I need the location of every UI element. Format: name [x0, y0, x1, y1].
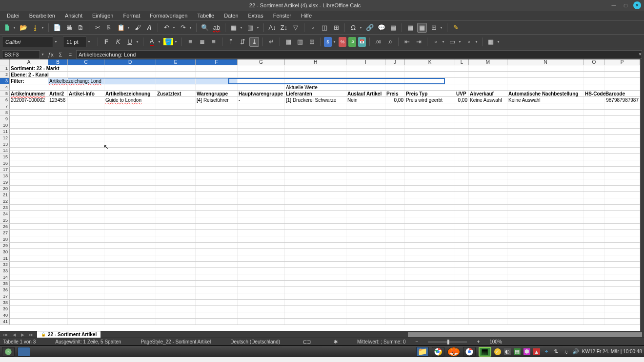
cell[interactable] [507, 78, 584, 84]
cell[interactable]: - [238, 97, 285, 103]
cell[interactable] [104, 65, 156, 71]
cell[interactable] [469, 249, 507, 255]
cell[interactable] [455, 192, 469, 198]
maximize-button[interactable]: ▢ [622, 1, 629, 9]
cell[interactable] [285, 274, 346, 280]
cell[interactable] [156, 300, 196, 305]
cell[interactable] [156, 293, 196, 299]
cell[interactable] [604, 287, 640, 293]
cell[interactable] [584, 110, 604, 115]
cell[interactable] [48, 319, 68, 324]
cell[interactable] [385, 160, 405, 166]
cell[interactable] [385, 230, 405, 236]
cell[interactable] [469, 287, 507, 293]
cell[interactable] [584, 192, 604, 198]
cell[interactable] [285, 148, 346, 153]
cell[interactable] [507, 116, 584, 122]
cell[interactable] [285, 230, 346, 236]
cell[interactable] [455, 262, 469, 267]
cell[interactable] [469, 262, 507, 267]
cell[interactable]: 202007-000002 [10, 97, 48, 103]
cell[interactable] [238, 154, 285, 160]
cell[interactable] [238, 103, 285, 109]
row-header[interactable]: 23 [0, 205, 10, 210]
cell[interactable] [196, 243, 238, 248]
split-cells-button[interactable]: ⊞ [307, 37, 317, 47]
cell[interactable] [10, 243, 48, 248]
cell[interactable] [584, 78, 604, 84]
cell[interactable] [285, 135, 346, 141]
cell[interactable] [238, 148, 285, 153]
cell[interactable] [196, 160, 238, 166]
cell[interactable] [507, 192, 584, 198]
cell[interactable] [48, 103, 68, 109]
chrome2-app-icon[interactable] [463, 347, 476, 357]
cell[interactable] [196, 103, 238, 109]
cell[interactable] [507, 281, 584, 286]
cell[interactable] [385, 103, 405, 109]
cell[interactable] [604, 148, 640, 153]
cell[interactable] [196, 192, 238, 198]
cell[interactable] [584, 243, 604, 248]
cell[interactable]: Preis [385, 91, 405, 96]
cell[interactable] [196, 281, 238, 286]
cell[interactable] [455, 198, 469, 204]
cell[interactable] [455, 205, 469, 210]
cell[interactable] [385, 129, 405, 134]
cell[interactable] [238, 160, 285, 166]
cell[interactable] [104, 179, 156, 185]
print-preview-button[interactable]: 🗎 [76, 23, 85, 33]
cell[interactable] [507, 236, 584, 242]
cell[interactable] [469, 129, 507, 134]
cell[interactable] [385, 312, 405, 318]
cell[interactable] [238, 224, 285, 229]
cell[interactable] [455, 255, 469, 261]
cell[interactable] [584, 306, 604, 312]
cell[interactable] [48, 154, 68, 160]
cell[interactable] [455, 287, 469, 293]
cell[interactable] [48, 205, 68, 210]
cell[interactable] [10, 192, 48, 198]
align-right-button[interactable]: ≡ [209, 37, 219, 47]
cell[interactable] [156, 72, 196, 77]
cell[interactable] [405, 154, 455, 160]
cell[interactable] [385, 281, 405, 286]
cell[interactable] [405, 268, 455, 274]
menu-hilfe[interactable]: Hilfe [296, 12, 317, 19]
row-header[interactable]: 32 [0, 262, 10, 267]
cell[interactable] [48, 255, 68, 261]
cell[interactable] [48, 281, 68, 286]
row-header[interactable]: 33 [0, 268, 10, 274]
cell[interactable] [346, 205, 385, 210]
cell[interactable] [156, 103, 196, 109]
sidebar-strip[interactable] [640, 59, 644, 331]
cell[interactable] [385, 205, 405, 210]
cell[interactable] [196, 122, 238, 128]
row-header[interactable]: 3 [0, 78, 10, 84]
cell[interactable] [346, 116, 385, 122]
highlight-button[interactable]: 🪣 [163, 37, 173, 47]
cell[interactable] [10, 160, 48, 166]
cell[interactable] [385, 179, 405, 185]
col-header-A[interactable]: A [10, 59, 48, 65]
cell[interactable] [238, 312, 285, 318]
cell[interactable] [346, 173, 385, 179]
cell[interactable] [48, 230, 68, 236]
cell[interactable] [405, 255, 455, 261]
cell[interactable] [104, 312, 156, 318]
row-header[interactable]: 30 [0, 249, 10, 255]
cell[interactable] [68, 211, 104, 217]
cell[interactable] [285, 249, 346, 255]
cell[interactable] [507, 179, 584, 185]
menu-daten[interactable]: Daten [219, 12, 243, 19]
row-header[interactable]: 24 [0, 211, 10, 217]
cell[interactable] [104, 255, 156, 261]
cell[interactable] [469, 319, 507, 324]
cell[interactable] [156, 287, 196, 293]
cell[interactable] [68, 306, 104, 312]
cell[interactable] [507, 160, 584, 166]
cell[interactable] [385, 122, 405, 128]
cell[interactable] [156, 116, 196, 122]
cell[interactable] [604, 173, 640, 179]
cell[interactable] [584, 129, 604, 134]
